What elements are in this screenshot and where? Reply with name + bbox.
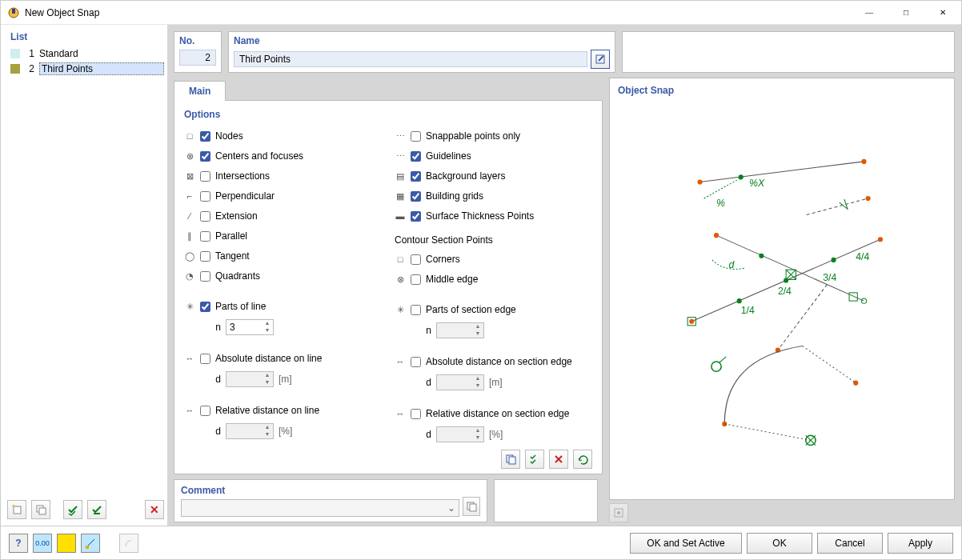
svg-point-19	[866, 196, 871, 201]
sidebar-label: List	[7, 31, 164, 42]
dist-icon: ↔	[184, 405, 195, 416]
measure-button[interactable]	[81, 534, 100, 553]
new-button[interactable]	[7, 500, 26, 519]
points-icon: ⋯	[395, 130, 406, 142]
name-field[interactable]: Third Points	[234, 51, 587, 67]
parts-line-n-spinner[interactable]: 3▲▼	[226, 319, 274, 335]
opt-quadrants[interactable]: ◔Quadrants	[184, 268, 382, 284]
list-item[interactable]: 2 Third Points	[7, 61, 164, 76]
no-box: No. 2	[174, 31, 222, 73]
svg-line-45	[724, 424, 811, 441]
reset-button[interactable]	[573, 450, 592, 469]
guide-icon: ⋯	[395, 150, 406, 162]
svg-line-18	[807, 198, 868, 215]
quad-icon: ◔	[184, 270, 195, 282]
ok-set-active-button[interactable]: OK and Set Active	[630, 533, 742, 554]
close-button[interactable]: ✕	[924, 1, 961, 25]
intersect-icon: ⊠	[184, 170, 195, 182]
opt-background[interactable]: ▤Background layers	[395, 168, 592, 184]
check-all-button[interactable]	[63, 500, 82, 519]
cancel-button[interactable]: Cancel	[817, 533, 883, 554]
opt-guidelines[interactable]: ⋯Guidelines	[395, 148, 592, 164]
opt-parallel[interactable]: ∥Parallel	[184, 228, 382, 244]
sidebar: List 1 Standard 2 Third Points	[1, 25, 167, 526]
svg-rect-39	[849, 293, 857, 301]
opt-centers[interactable]: ⊗Centers and focuses	[184, 148, 382, 164]
tab-main[interactable]: Main	[174, 81, 226, 101]
center-icon: ⊗	[184, 150, 195, 162]
parts-edge-n-spinner: ▲▼	[436, 322, 484, 338]
opt-grids[interactable]: ▦Building grids	[395, 188, 592, 204]
svg-point-32	[832, 258, 836, 262]
svg-point-31	[784, 278, 788, 282]
window-title: New Object Snap	[25, 7, 851, 18]
opt-parts-edge[interactable]: ✳Parts of section edge	[395, 302, 592, 318]
layers-icon: ▤	[395, 170, 406, 182]
rename-button[interactable]	[591, 50, 610, 69]
minimize-button[interactable]: ―	[851, 1, 888, 25]
opt-perpendicular[interactable]: ⌐Perpendicular	[184, 188, 382, 204]
copy-button[interactable]	[31, 500, 50, 519]
svg-text:3/4: 3/4	[823, 272, 836, 283]
maximize-button[interactable]: □	[888, 1, 924, 25]
surface-icon: ▬	[395, 210, 406, 222]
svg-point-24	[714, 233, 719, 238]
node-icon: □	[184, 130, 195, 142]
svg-line-50	[719, 357, 726, 362]
abs-edge-d-spinner: ▲▼	[436, 374, 484, 390]
opt-tangent[interactable]: ◯Tangent	[184, 248, 382, 264]
perp-icon: ⌐	[184, 190, 195, 202]
opt-snappable[interactable]: ⋯Snappable points only	[395, 128, 592, 144]
list-item[interactable]: 1 Standard	[7, 46, 164, 61]
uncheck-all-button[interactable]	[87, 500, 106, 519]
tangent-icon: ◯	[184, 250, 195, 262]
ok-button[interactable]: OK	[747, 533, 812, 554]
opt-parts-line[interactable]: ✳Parts of line	[184, 298, 382, 314]
opt-surface[interactable]: ▬Surface Thickness Points	[395, 208, 592, 224]
dist-icon: ↔	[395, 408, 406, 419]
help-button[interactable]: ?	[9, 534, 28, 553]
color-button[interactable]	[57, 534, 76, 553]
grid-icon: ▦	[395, 190, 406, 202]
svg-point-30	[737, 298, 742, 303]
svg-text:2/4: 2/4	[778, 286, 792, 297]
name-box: Name Third Points	[228, 31, 615, 73]
opt-corners[interactable]: □Corners	[395, 251, 592, 267]
opt-rel-line[interactable]: ↔Relative distance on line	[184, 402, 382, 418]
sidebar-list[interactable]: 1 Standard 2 Third Points	[7, 46, 164, 497]
corner-icon: □	[395, 254, 406, 265]
clear-all-button[interactable]	[549, 450, 568, 469]
preview-settings-button[interactable]	[609, 503, 628, 522]
opt-abs-edge[interactable]: ↔Absolute distance on section edge	[395, 354, 592, 370]
copy-options-button[interactable]	[501, 450, 520, 469]
opt-intersections[interactable]: ⊠Intersections	[184, 168, 382, 184]
opt-extension[interactable]: ⁄Extension	[184, 208, 382, 224]
svg-rect-10	[470, 504, 476, 511]
comment-lib-button[interactable]	[463, 497, 480, 516]
opt-abs-line[interactable]: ↔Absolute distance on line	[184, 350, 382, 366]
apply-button[interactable]: Apply	[888, 533, 953, 554]
options-col-right: ⋯Snappable points only ⋯Guidelines ▤Back…	[395, 128, 592, 445]
svg-rect-8	[509, 457, 515, 464]
comment-field[interactable]: ⌄	[181, 499, 459, 517]
opt-nodes[interactable]: □Nodes	[184, 128, 382, 144]
no-field[interactable]: 2	[179, 50, 216, 66]
delete-button[interactable]: ✕	[145, 500, 164, 519]
svg-point-49	[711, 362, 721, 371]
dist-icon: ↔	[395, 356, 406, 367]
opt-midedge[interactable]: ⊗Middle edge	[395, 271, 592, 287]
svg-point-23	[878, 237, 883, 242]
svg-point-13	[861, 159, 866, 164]
svg-text:d: d	[728, 259, 735, 270]
footer: ? 0.00 OK and Set Active OK Cancel Apply	[1, 526, 961, 559]
options-col-left: □Nodes ⊗Centers and focuses ⊠Intersectio…	[184, 128, 382, 445]
svg-rect-1	[12, 9, 15, 14]
script-button[interactable]	[119, 534, 138, 553]
units-button[interactable]: 0.00	[33, 534, 52, 553]
parts-icon: ✳	[395, 304, 406, 315]
opt-rel-edge[interactable]: ↔Relative distance on section edge	[395, 406, 592, 422]
select-all-button[interactable]	[525, 450, 544, 469]
parallel-icon: ∥	[184, 230, 195, 242]
svg-point-22	[689, 319, 694, 324]
swatch-icon	[10, 49, 20, 58]
